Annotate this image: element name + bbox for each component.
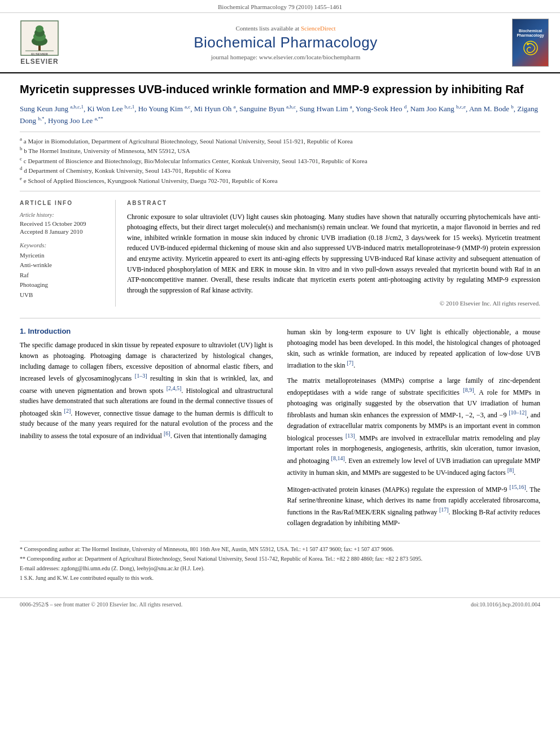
keyword-photoaging: Photoaging (20, 280, 107, 290)
footnotes-section: * Corresponding author at: The Hormel In… (20, 541, 540, 582)
affiliations: a a Major in Biomodulation, Department o… (20, 132, 540, 191)
bottom-bar: 0006-2952/$ – see front matter © 2010 El… (0, 597, 560, 611)
footnote-equal-contribution: 1 S.K. Jung and K.W. Lee contributed equ… (20, 574, 540, 582)
authors-line: Sung Keun Jung a,b,c,1, Ki Won Lee b,c,1… (20, 103, 540, 127)
introduction-title: 1. Introduction (20, 327, 273, 335)
journal-title-area: Contents lists available at ScienceDirec… (68, 25, 504, 60)
svg-point-9 (527, 43, 529, 45)
elsevier-wordmark: ELSEVIER (20, 58, 58, 65)
footnote-emails: E-mail addresses: zgdong@lhi.umn.edu (Z.… (20, 564, 540, 573)
introduction-col-right: human skin by long-term exposure to UV l… (287, 327, 541, 532)
copyright-notice: © 2010 Elsevier Inc. All rights reserved… (127, 300, 540, 307)
footnote-star1: * Corresponding author at: The Hormel In… (20, 545, 540, 553)
cover-snake-icon (522, 40, 539, 56)
affiliation-a: a a Major in Biomodulation, Department o… (20, 137, 540, 147)
sciencedirect-link[interactable]: ScienceDirect (301, 25, 336, 32)
affiliation-e: e e School of Applied Biosciences, Kyung… (20, 176, 540, 186)
abstract-heading: ABSTRACT (127, 200, 540, 206)
journal-homepage: journal homepage: www.elsevier.com/locat… (68, 54, 504, 60)
keywords-section: Keywords: Myricetin Anti-wrinkle Raf Pho… (20, 242, 107, 300)
elsevier-logo: ELSEVIER ELSEVIER (11, 20, 68, 65)
article-title: Myricetin suppresses UVB-induced wrinkle… (20, 82, 540, 97)
cover-thumbnail: BiochemicalPharmacology (512, 19, 549, 67)
info-abstract-section: ARTICLE INFO Article history: Received 1… (20, 200, 540, 307)
introduction-col-left: 1. Introduction The specific damage prod… (20, 327, 273, 532)
article-info-heading: ARTICLE INFO (20, 200, 107, 206)
journal-citation: Biochemical Pharmacology 79 (2010) 1455–… (0, 0, 560, 13)
accepted-date: Accepted 8 January 2010 (20, 228, 107, 235)
affiliation-c: c c Department of Bioscience and Biotech… (20, 156, 540, 167)
footnote-star2: ** Corresponding author at: Department o… (20, 554, 540, 563)
abstract-column: ABSTRACT Chronic exposure to solar ultra… (127, 200, 540, 307)
received-date: Received 15 October 2009 (20, 220, 107, 227)
keyword-myricetin: Myricetin (20, 251, 107, 261)
abstract-text: Chronic exposure to solar ultraviolet (U… (127, 212, 540, 296)
article-info-column: ARTICLE INFO Article history: Received 1… (20, 200, 116, 307)
keyword-raf: Raf (20, 270, 107, 281)
section-divider (20, 318, 540, 318)
affiliation-b: b b The Hormel Institute, University of … (20, 146, 540, 156)
svg-text:ELSEVIER: ELSEVIER (31, 53, 48, 56)
intro-paragraph-1: The specific damage produced in skin tis… (20, 340, 273, 441)
doi: doi:10.1016/j.bcp.2010.01.004 (471, 601, 540, 608)
intro-paragraph-2: human skin by long-term exposure to UV l… (287, 327, 541, 528)
journal-title: Biochemical Pharmacology (68, 34, 504, 51)
cover-title-text: BiochemicalPharmacology (517, 29, 544, 38)
issn-rights: 0006-2952/$ – see front matter © 2010 El… (20, 601, 182, 608)
sciencedirect-line: Contents lists available at ScienceDirec… (68, 25, 504, 32)
keyword-uvb: UVB (20, 290, 107, 300)
journal-cover: BiochemicalPharmacology (504, 19, 549, 67)
keyword-anti-wrinkle: Anti-wrinkle (20, 260, 107, 270)
keywords-label: Keywords: (20, 242, 107, 248)
affiliation-d: d d Department of Chemistry, Konkuk Univ… (20, 166, 540, 176)
light-word: light (419, 328, 432, 336)
article-history-label: Article history: (20, 212, 107, 218)
journal-header: ELSEVIER ELSEVIER Contents lists availab… (0, 13, 560, 73)
elsevier-logo-container: ELSEVIER ELSEVIER (11, 20, 68, 65)
elsevier-tree-icon: ELSEVIER (20, 20, 59, 56)
introduction-section: 1. Introduction The specific damage prod… (20, 327, 540, 532)
article-content: Myricetin suppresses UVB-induced wrinkle… (0, 73, 560, 595)
svg-point-5 (36, 25, 43, 32)
